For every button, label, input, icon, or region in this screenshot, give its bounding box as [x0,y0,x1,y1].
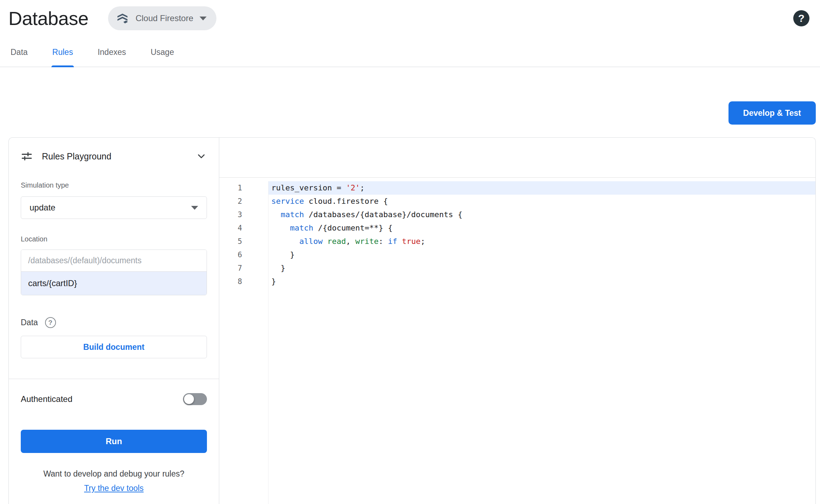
tab-rules[interactable]: Rules [51,43,74,67]
tune-icon [21,150,33,162]
authenticated-row: Authenticated [9,379,219,405]
line-number-gutter: 12345678 [219,181,269,504]
code-line[interactable]: } [269,248,815,262]
line-number: 6 [219,248,242,262]
tab-indexes[interactable]: Indexes [96,43,127,67]
code-area[interactable]: rules_version = '2';service cloud.firest… [269,181,815,504]
authenticated-label: Authenticated [21,394,72,404]
rules-card: Rules Playground Simulation type update … [8,137,816,504]
page-title: Database [8,6,88,30]
line-number: 3 [219,208,242,221]
code-line[interactable]: } [269,262,815,275]
help-button[interactable]: ? [793,10,809,26]
code-line[interactable]: service cloud.firestore { [269,195,815,208]
database-selector[interactable]: Cloud Firestore [108,6,216,30]
playground-body: Simulation type update Location /databas… [9,162,219,358]
simulation-type-label: Simulation type [21,181,207,189]
develop-test-button[interactable]: Develop & Test [728,101,816,125]
playground-footer: Want to develop and debug your rules? Tr… [9,469,219,493]
line-number: 4 [219,221,242,235]
toggle-thumb [184,394,194,404]
database-selector-label: Cloud Firestore [135,13,193,23]
rules-editor: 12345678 rules_version = '2';service clo… [219,138,815,504]
data-section-header: Data ? [21,317,207,328]
location-field-group: /databases/(default)/documents carts/{ca… [21,250,207,295]
editor-toolbar [219,138,815,178]
chevron-down-icon [191,206,198,210]
line-number: 2 [219,195,242,208]
build-document-button[interactable]: Build document [21,336,207,358]
line-number: 8 [219,275,242,288]
dev-tools-question: Want to develop and debug your rules? [9,469,219,479]
line-number: 5 [219,235,242,248]
code-line[interactable]: match /databases/{database}/documents { [269,208,815,221]
tab-bar: DataRulesIndexesUsage [0,43,820,67]
main-content: Develop & Test Rules Playground [0,101,820,504]
rules-playground-panel: Rules Playground Simulation type update … [9,138,219,504]
line-number: 7 [219,262,242,275]
authenticated-toggle[interactable] [183,393,207,405]
playground-header: Rules Playground [9,138,219,162]
collapse-playground-button[interactable] [196,151,207,162]
editor-body: 12345678 rules_version = '2';service clo… [219,178,815,504]
tab-usage[interactable]: Usage [150,43,175,67]
code-line[interactable]: rules_version = '2'; [269,181,815,195]
dev-tools-link[interactable]: Try the dev tools [84,484,144,493]
tab-data[interactable]: Data [10,43,29,67]
data-label: Data [21,318,38,327]
location-prefix-input[interactable]: /databases/(default)/documents [21,250,207,272]
run-button[interactable]: Run [21,430,207,453]
simulation-type-select[interactable]: update [21,196,207,219]
line-number: 1 [219,181,242,195]
code-line[interactable]: allow read, write: if true; [269,235,815,248]
data-help-icon[interactable]: ? [45,317,56,328]
code-line[interactable]: } [269,275,815,288]
code-line[interactable]: match /{document=**} { [269,221,815,235]
page-header: Database Cloud Firestore ? [0,0,820,30]
chevron-down-icon [200,17,207,20]
simulation-type-value: update [30,203,55,213]
firestore-icon [116,12,129,25]
location-input[interactable]: carts/{cartID} [21,272,207,295]
location-label: Location [21,235,207,243]
playground-title: Rules Playground [42,151,187,162]
